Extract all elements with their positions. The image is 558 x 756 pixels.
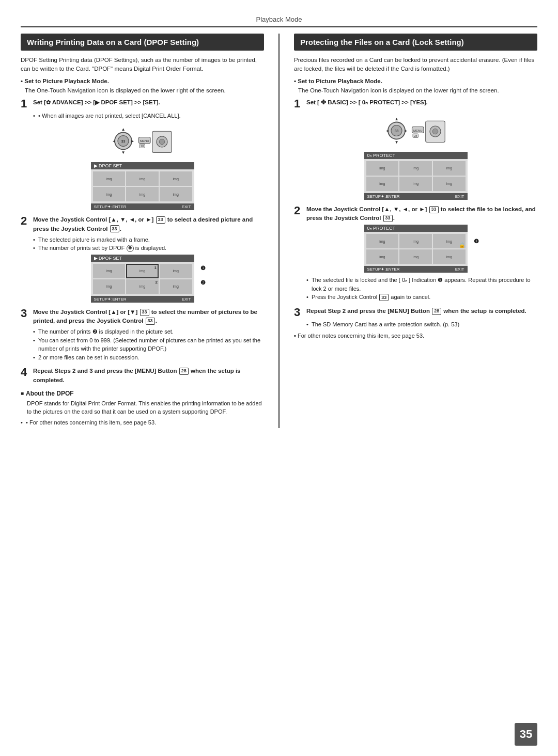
right-step3-sub-1: The SD Memory Card has a write protectio…	[306, 320, 537, 329]
right-set-text: The One-Touch Navigation icon is display…	[294, 86, 537, 95]
protect-screen-2: 0ₙ PROTECT img img img img img img SETUP…	[364, 225, 468, 273]
svg-point-27	[432, 129, 438, 134]
protect-screen1-footer: SETUP✦:ENTER EXIT	[364, 193, 468, 200]
right-step1-camera: 33 ▲ ▼ ◄ ► MENU 28	[294, 113, 537, 149]
dpof-screen-title: ▶ DPOF SET	[94, 163, 122, 168]
protect-screen-1: 0ₙ PROTECT img img img img img img SETUP…	[364, 152, 468, 200]
step2-sub-2: The number of prints set by DPOF ❶ is di…	[33, 244, 264, 253]
right-step2-sub-2: Press the Joystick Control 33 again to c…	[306, 293, 537, 302]
protect-screen1-header: 0ₙ PROTECT	[364, 152, 468, 159]
svg-text:▲: ▲	[394, 117, 398, 121]
right-step3-text: Repeat Step 2 and press the [MENU] Butto…	[306, 307, 526, 316]
svg-text:◄: ◄	[385, 129, 389, 133]
step4-number: 4	[21, 367, 30, 378]
page-header: Playback Mode	[21, 15, 537, 27]
about-dpof-note: • For other notes concerning this item, …	[21, 418, 264, 427]
right-column: Protecting the Files on a Card (Lock Set…	[294, 34, 537, 428]
right-step-3: 3 Repeat Step 2 and press the [MENU] But…	[294, 307, 537, 340]
column-divider	[278, 34, 280, 428]
step1-camera-diagram: 33 ▲ ▼ ◄ ► MENU 28	[21, 123, 264, 159]
svg-text:▼: ▼	[394, 140, 398, 145]
dpof-screen-grid: img img img img img img	[91, 169, 194, 203]
dpof-screen2-footer: SETUP✦:ENTER EXIT	[91, 296, 194, 303]
dpof-cell-5: img	[126, 187, 159, 201]
protect1-cell-3: img	[433, 161, 466, 176]
dpof-cell-3: img	[160, 171, 192, 186]
step2-sub-1: The selected picture is marked with a fr…	[33, 235, 264, 244]
svg-text:►: ►	[404, 129, 408, 133]
page-number: 35	[515, 723, 537, 746]
right-step1-number: 1	[294, 98, 303, 109]
camera-svg-1: 33 ▲ ▼ ◄ ► MENU 28	[112, 123, 174, 159]
svg-text:28: 28	[414, 134, 417, 137]
camera-svg-2: 33 ▲ ▼ ◄ ► MENU 28	[385, 113, 447, 149]
left-step-2: 2 Move the Joystick Control [▲, ▼, ◄, or…	[21, 215, 264, 303]
dpof2-cell-5: img 2	[126, 279, 159, 294]
step3-number: 3	[21, 308, 30, 319]
protect1-cell-6: img	[433, 177, 466, 191]
right-step2-text: Move the Joystick Control [▲, ▼, ◄, or ►…	[306, 205, 537, 223]
left-step-3: 3 Move the Joystick Control [▲] or [▼] 3…	[21, 308, 264, 362]
step2-number: 2	[21, 215, 30, 227]
step1-sub: • When all images are not printed, selec…	[33, 112, 264, 120]
about-dpof-title: About the DPOF	[21, 390, 264, 397]
step3-sub-1: The number of prints ❷ is displayed in t…	[33, 327, 264, 336]
right-section-title: Protecting the Files on a Card (Lock Set…	[294, 34, 537, 51]
protect2-cell-5: img	[399, 249, 432, 264]
left-section-title: Writing Printing Data on a Card (DPOF Se…	[21, 34, 264, 51]
header-text: Playback Mode	[256, 15, 302, 23]
right-step3-note: • For other notes concerning this item, …	[294, 332, 537, 340]
about-dpof: About the DPOF DPOF stands for Digital P…	[21, 390, 264, 427]
right-set-label: • Set to Picture Playback Mode.	[294, 78, 537, 84]
right-step3-number: 3	[294, 307, 303, 318]
protect-screen2-grid: img img img img img img	[364, 232, 468, 266]
left-set-label: • Set to Picture Playback Mode.	[21, 78, 264, 84]
step2-text: Move the Joystick Control [▲, ▼, ◄, or ►…	[33, 215, 264, 233]
svg-text:MENU: MENU	[140, 139, 149, 143]
dpof-cell-4: img	[93, 187, 126, 201]
left-section-intro: DPOF Setting Printing data (DPOF Setting…	[21, 56, 264, 74]
right-step2-sub-1: The selected file is locked and the [ 0ₙ…	[306, 276, 537, 293]
dpof-screen-header: ▶ DPOF SET	[91, 162, 194, 169]
right-step2-number: 2	[294, 205, 303, 216]
step1-text: Set [✿ ADVANCE] >> [▶ DPOF SET] >> [SET]…	[33, 98, 160, 107]
right-step2-subs: The selected file is locked and the [ 0ₙ…	[294, 276, 537, 302]
left-step-1: 1 Set [✿ ADVANCE] >> [▶ DPOF SET] >> [SE…	[21, 98, 264, 211]
dpof-screen: ▶ DPOF SET img img img img img img SETUP…	[91, 162, 194, 210]
protect-screen2-footer: SETUP✦:ENTER EXIT	[364, 266, 468, 273]
dpof2-cell-4: img	[93, 279, 126, 294]
protect2-cell-6: img	[433, 249, 466, 264]
right-step3-subs: The SD Memory Card has a write protectio…	[294, 320, 537, 329]
dpof2-cell-3: img	[160, 264, 192, 278]
dpof-screen-footer: SETUP✦:ENTER EXIT	[91, 203, 194, 210]
protect1-cell-5: img	[399, 177, 432, 191]
left-column: Writing Printing Data on a Card (DPOF Se…	[21, 34, 264, 428]
left-step-4: 4 Repeat Steps 2 and 3 and press the [ME…	[21, 367, 264, 385]
dpof-cell-2: img	[126, 171, 159, 186]
svg-text:MENU: MENU	[413, 129, 422, 132]
two-column-layout: Writing Printing Data on a Card (DPOF Se…	[21, 34, 537, 428]
protect2-cell-2: img	[399, 234, 432, 248]
dpof2-cell-1: img	[93, 264, 126, 278]
left-set-text: The One-Touch Navigation icon is display…	[21, 86, 264, 95]
protect-screen2-header: 0ₙ PROTECT	[364, 225, 468, 232]
dpof-badge-1: ❶	[200, 265, 206, 272]
protect-badge-1: ❶	[474, 238, 479, 245]
svg-text:◄: ◄	[112, 139, 116, 144]
right-section-intro: Precious files recorded on a Card can be…	[294, 56, 537, 74]
dpof-screen2-grid: img img 1 img img img 2 img	[91, 262, 194, 296]
right-step1-text: Set [ ✤ BASIC] >> [ 0ₙ PROTECT] >> [YES]…	[306, 98, 428, 107]
svg-text:33: 33	[121, 139, 125, 143]
protect2-cell-3-locked: img	[433, 234, 466, 248]
dpof2-cell-2-selected: img 1	[126, 264, 159, 278]
svg-text:▲: ▲	[121, 127, 125, 132]
svg-text:▼: ▼	[121, 150, 125, 155]
step4-text: Repeat Steps 2 and 3 and press the [MENU…	[33, 367, 264, 385]
step2-subs: The selected picture is marked with a fr…	[21, 235, 264, 253]
step3-text: Move the Joystick Control [▲] or [▼] 33 …	[33, 308, 264, 326]
page-container: Playback Mode Writing Printing Data on a…	[0, 0, 558, 756]
step3-sub-3: 2 or more files can be set in succession…	[33, 353, 264, 362]
dpof-cell-6: img	[160, 187, 192, 201]
dpof-cell-1: img	[93, 171, 126, 186]
protect1-cell-4: img	[366, 177, 399, 191]
